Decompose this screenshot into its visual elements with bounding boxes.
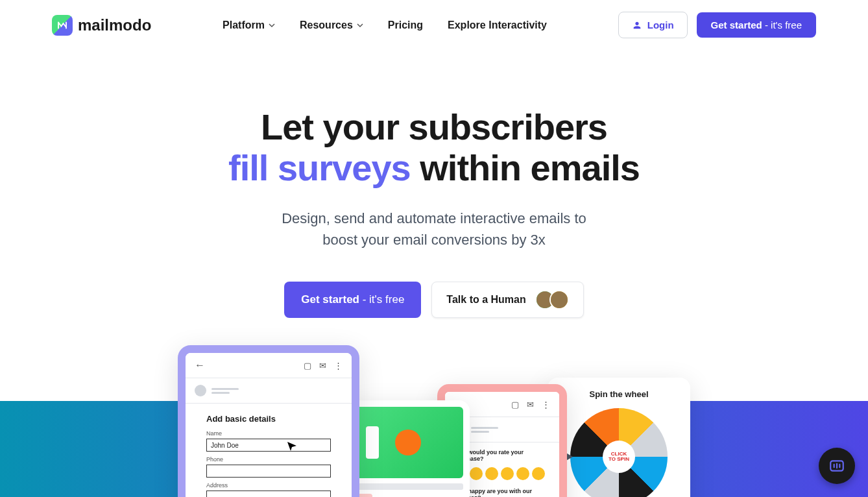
logo-icon [52,15,73,36]
name-field: John Doe [206,439,331,452]
field-label: Name [206,430,331,437]
nav-resources[interactable]: Resources [300,19,363,31]
preview-form-card: ← ▢ ✉ ⋮ Add basic details Name John Doe [178,345,359,497]
chat-icon [828,457,845,474]
hero-subheading: Design, send and automate interactive em… [0,208,868,250]
flower-icon [395,430,421,455]
emoji-icon [532,467,545,480]
hero: Let your subscribers fill surveys within… [0,50,868,497]
logo-text: mailmodo [78,16,151,34]
field-label: Address [206,482,331,489]
cursor-icon [287,442,298,455]
right-nav: Login Get started - it's free [618,12,816,38]
product-image [353,407,463,478]
spin-wheel: CLICK TO SPIN [570,408,668,497]
phone-field [206,465,331,478]
mail-icon: ✉ [319,361,326,370]
logo[interactable]: mailmodo [52,15,151,36]
emoji-icon [485,467,498,480]
talk-to-human-button[interactable]: Talk to a Human [431,282,583,318]
preview-product-card: B D [346,400,470,497]
field-label: Phone [206,456,331,463]
main-nav: Platform Resources Pricing Explore Inter… [223,19,547,31]
archive-icon: ▢ [511,400,519,409]
get-started-hero-button[interactable]: Get started - it's free [284,282,421,318]
nav-explore[interactable]: Explore Interactivity [448,19,547,31]
wheel-title: Spin the wheel [559,389,679,399]
chevron-down-icon [357,19,363,31]
emoji-icon [501,467,514,480]
preview-wheel-card: Spin the wheel CLICK TO SPIN [548,378,690,497]
login-button[interactable]: Login [618,12,688,38]
nav-platform[interactable]: Platform [223,19,275,31]
card-header: ← ▢ ✉ ⋮ [186,353,352,378]
archive-icon: ▢ [304,361,311,370]
emoji-icon [470,467,483,480]
form-title: Add basic details [206,414,331,424]
nav-pricing[interactable]: Pricing [388,19,423,31]
more-icon: ⋮ [542,400,550,409]
hero-heading: Let your subscribers fill surveys within… [0,107,868,188]
arrow-left-icon: ← [195,359,205,371]
more-icon: ⋮ [334,361,343,370]
emoji-icon [516,467,529,480]
address-field [206,491,331,497]
mail-icon: ✉ [527,400,534,409]
person-icon [632,20,642,30]
avatar [549,290,569,309]
chat-widget-button[interactable] [819,448,855,484]
top-nav: mailmodo Platform Resources Pricing Expl… [0,0,868,50]
chevron-down-icon [269,19,275,31]
preview-cards: ← ▢ ✉ ⋮ Add basic details Name John Doe [0,345,868,497]
wheel-center: CLICK TO SPIN [603,441,635,473]
get-started-header-button[interactable]: Get started - it's free [697,12,816,38]
avatars [535,290,569,309]
cta-row: Get started - it's free Talk to a Human [0,282,868,318]
